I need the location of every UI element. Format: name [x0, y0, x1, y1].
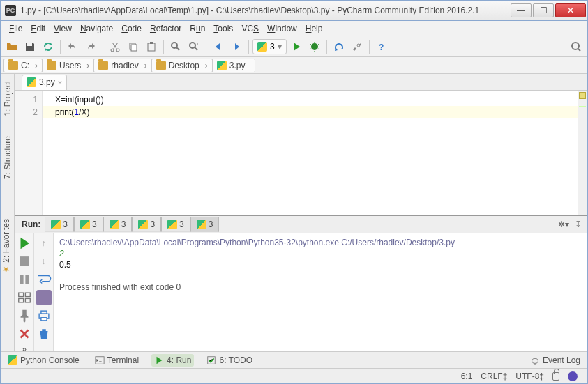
status-line-sep[interactable]: CRLF‡: [476, 371, 511, 381]
crumb-desktop[interactable]: Desktop: [151, 59, 213, 72]
down-icon[interactable]: ↓: [36, 254, 52, 269]
tab-favorites[interactable]: ★ 2: Favorites: [0, 216, 13, 277]
menu-edit[interactable]: Edit: [27, 22, 50, 35]
svg-rect-13: [20, 275, 24, 284]
close-run-icon[interactable]: [17, 326, 32, 341]
run-tab[interactable]: 3: [161, 217, 190, 232]
menu-help[interactable]: Help: [301, 22, 327, 35]
tab-run[interactable]: 4: Run: [151, 354, 194, 367]
tab-structure[interactable]: 7: Structure: [3, 133, 13, 182]
menu-view[interactable]: View: [50, 22, 76, 35]
code-area[interactable]: X=int(input())print(1/X): [43, 91, 578, 215]
pause-icon[interactable]: [17, 272, 32, 287]
close-button[interactable]: ✕: [555, 3, 586, 17]
folder-icon: [47, 61, 56, 70]
run-tab[interactable]: 3: [45, 217, 74, 232]
tab-event-log[interactable]: Event Log: [527, 354, 583, 367]
svg-point-8: [311, 43, 318, 50]
run-tab[interactable]: 3: [74, 217, 103, 232]
copy-icon[interactable]: [125, 38, 142, 55]
debug-icon[interactable]: [306, 38, 323, 55]
menu-tools[interactable]: Tools: [209, 22, 237, 35]
window-title: 1.py - [C:\Users\rhadiev\AppData\Local\T…: [20, 6, 511, 15]
pin-icon[interactable]: [17, 308, 32, 323]
scroll-to-end-icon[interactable]: [36, 290, 52, 305]
menu-file[interactable]: File: [5, 22, 27, 35]
editor[interactable]: 12 X=int(input())print(1/X): [15, 91, 587, 215]
menu-code[interactable]: Code: [117, 22, 146, 35]
hide-icon[interactable]: ↧: [572, 220, 585, 229]
svg-rect-17: [18, 298, 23, 302]
tab-todo[interactable]: 6: TODO: [204, 354, 255, 367]
paste-icon[interactable]: [143, 38, 160, 55]
up-icon[interactable]: ↑: [36, 236, 52, 251]
svg-point-0: [111, 49, 114, 52]
sync-icon[interactable]: [40, 38, 56, 55]
crumb-rhadiev[interactable]: rhadiev: [93, 59, 151, 72]
crumb-file[interactable]: 3.py: [212, 59, 256, 72]
window-titlebar: PC 1.py - [C:\Users\rhadiev\AppData\Loca…: [0, 0, 588, 21]
svg-point-1: [116, 49, 119, 52]
folder-icon: [98, 61, 108, 70]
print-icon[interactable]: [36, 308, 52, 323]
help-icon[interactable]: ?: [373, 38, 390, 55]
run-output[interactable]: C:\Users\rhadiev\AppData\Local\Programs\…: [54, 233, 587, 351]
editor-tab-label: 3.py: [39, 77, 55, 87]
status-lock-icon[interactable]: [548, 372, 564, 381]
menu-vcs[interactable]: VCS: [237, 22, 263, 35]
status-position[interactable]: 6:1: [457, 371, 477, 381]
save-icon[interactable]: [22, 38, 38, 55]
replace-icon[interactable]: [186, 38, 202, 55]
toolbar: 3 ▾ ?: [1, 36, 587, 57]
tab-close-icon[interactable]: ×: [58, 78, 62, 86]
tab-terminal[interactable]: Terminal: [92, 354, 142, 367]
stop-icon[interactable]: [17, 254, 32, 269]
layout-icon[interactable]: [17, 290, 32, 305]
python-icon: [197, 220, 206, 229]
run-tab[interactable]: 3: [132, 217, 161, 232]
run-config-selector[interactable]: 3 ▾: [252, 39, 287, 54]
search-everywhere-icon[interactable]: [568, 38, 585, 55]
gear-icon[interactable]: ✲▾: [555, 220, 572, 229]
run-tab[interactable]: 3: [103, 217, 133, 232]
forward-icon[interactable]: [228, 38, 245, 55]
python-icon: [167, 220, 177, 229]
run-config-label: 3: [270, 42, 275, 52]
find-icon[interactable]: [167, 38, 184, 55]
python-icon: [51, 220, 61, 229]
open-icon[interactable]: [3, 38, 20, 55]
settings-icon[interactable]: [349, 38, 365, 55]
maximize-button[interactable]: ☐: [533, 3, 554, 17]
crumb-users[interactable]: Users: [42, 59, 94, 72]
svg-rect-16: [25, 293, 30, 297]
breadcrumb: C: Users rhadiev Desktop 3.py: [1, 57, 587, 74]
run-tab-active[interactable]: 3: [190, 217, 220, 232]
crumb-c[interactable]: C:: [3, 59, 43, 72]
menu-run[interactable]: Run: [186, 22, 209, 35]
svg-rect-18: [25, 298, 30, 302]
cut-icon[interactable]: [107, 38, 123, 55]
tab-python-console[interactable]: Python Console: [5, 354, 82, 367]
app-icon: PC: [5, 5, 16, 16]
status-indicator-icon[interactable]: [564, 371, 582, 381]
svg-rect-15: [18, 293, 23, 297]
menu-refactor[interactable]: Refactor: [146, 22, 186, 35]
softwrap-icon[interactable]: [36, 272, 52, 287]
tab-project[interactable]: 1: Project: [3, 78, 13, 119]
status-encoding[interactable]: UTF-8‡: [511, 371, 548, 381]
rerun-icon[interactable]: [17, 236, 32, 251]
clear-icon[interactable]: [36, 326, 52, 341]
menu-window[interactable]: Window: [263, 22, 301, 35]
minimize-button[interactable]: —: [511, 3, 532, 17]
editor-tab[interactable]: 3.py ×: [22, 75, 67, 90]
undo-icon[interactable]: [64, 38, 81, 55]
update-icon[interactable]: [331, 38, 347, 55]
back-icon[interactable]: [210, 38, 227, 55]
run-icon[interactable]: [288, 38, 305, 55]
menu-navigate[interactable]: Navigate: [76, 22, 117, 35]
redo-icon[interactable]: [82, 38, 99, 55]
editor-scroll-marker[interactable]: [578, 91, 587, 215]
svg-rect-21: [40, 318, 46, 321]
svg-rect-4: [148, 43, 155, 51]
svg-point-11: [572, 43, 579, 49]
